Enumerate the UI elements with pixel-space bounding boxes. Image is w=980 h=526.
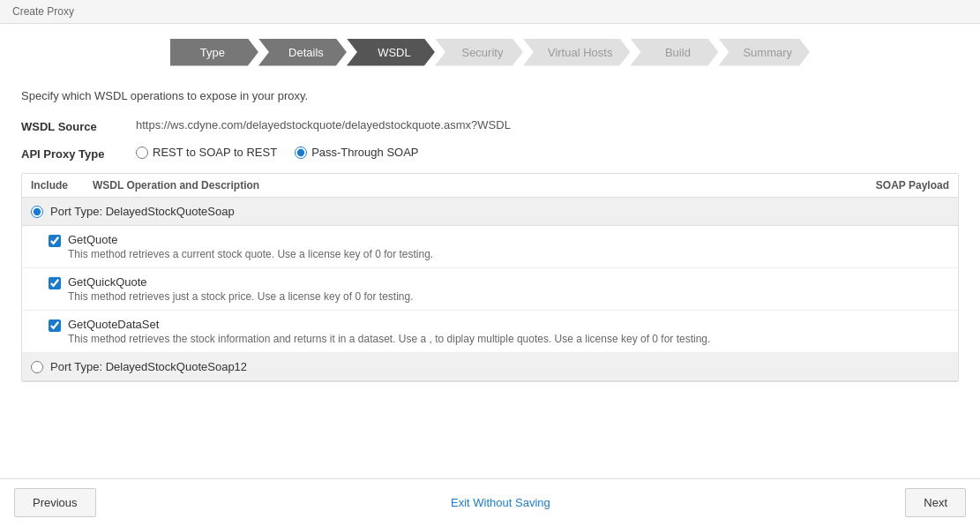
getquickquote-name: GetQuickQuote — [68, 275, 949, 289]
col-include-header: Include — [31, 179, 93, 192]
wsdl-source-label: WSDL Source — [21, 118, 136, 133]
page-subtitle: Specify which WSDL operations to expose … — [21, 89, 959, 102]
radio-pass-through[interactable]: Pass-Through SOAP — [295, 146, 418, 159]
api-proxy-type-row: API Proxy Type REST to SOAP to REST Pass… — [21, 146, 959, 161]
top-bar-title: Create Proxy — [12, 5, 74, 18]
api-proxy-type-label: API Proxy Type — [21, 146, 136, 161]
step-security[interactable]: Security — [435, 36, 523, 68]
previous-button[interactable]: Previous — [14, 488, 96, 517]
getquickquote-checkbox[interactable] — [49, 277, 61, 289]
getquotedataset-desc: This method retrieves the stock informat… — [68, 333, 949, 345]
footer: Previous Exit Without Saving Next — [0, 478, 980, 526]
port-type-row-2[interactable]: Port Type: DelayedStockQuoteSoap12 — [22, 353, 958, 381]
radio-rest-to-soap-input[interactable] — [136, 147, 148, 159]
radio-pass-through-input[interactable] — [295, 147, 307, 159]
next-button[interactable]: Next — [905, 488, 966, 517]
port-type-1-radio[interactable] — [31, 206, 43, 218]
step-summary[interactable]: Summary — [718, 36, 810, 68]
step-virtual-hosts-label[interactable]: Virtual Hosts — [523, 39, 630, 66]
radio-group: REST to SOAP to REST Pass-Through SOAP — [136, 146, 419, 159]
step-summary-label[interactable]: Summary — [718, 39, 810, 66]
getquickquote-desc: This method retrieves just a stock price… — [68, 290, 949, 303]
wizard-steps: Type Details WSDL Security Virtual Hosts… — [0, 24, 980, 77]
step-details-label[interactable]: Details — [258, 39, 347, 66]
radio-pass-through-label: Pass-Through SOAP — [311, 146, 418, 159]
getquote-content: GetQuote This method retrieves a current… — [68, 233, 949, 260]
exit-without-saving-link[interactable]: Exit Without Saving — [451, 496, 550, 509]
port-type-1-label: Port Type: DelayedStockQuoteSoap — [50, 205, 235, 218]
step-type-label[interactable]: Type — [170, 39, 258, 66]
step-type[interactable]: Type — [170, 36, 258, 68]
operations-table: Include WSDL Operation and Description S… — [21, 173, 959, 382]
getquote-desc: This method retrieves a current stock qu… — [68, 248, 949, 260]
getquote-name: GetQuote — [68, 233, 949, 246]
operation-row-getquotedataset: GetQuoteDataSet This method retrieves th… — [22, 311, 958, 353]
step-build-label[interactable]: Build — [630, 39, 718, 66]
col-payload-header: SOAP Payload — [843, 179, 949, 192]
step-security-label[interactable]: Security — [435, 39, 523, 66]
step-details[interactable]: Details — [258, 36, 347, 68]
getquote-checkbox[interactable] — [49, 235, 61, 247]
port-type-2-radio[interactable] — [31, 361, 43, 373]
step-wsdl[interactable]: WSDL — [347, 36, 435, 68]
port-type-row-1[interactable]: Port Type: DelayedStockQuoteSoap — [22, 198, 958, 226]
port-type-2-label: Port Type: DelayedStockQuoteSoap12 — [50, 360, 247, 373]
getquotedataset-content: GetQuoteDataSet This method retrieves th… — [68, 318, 949, 345]
operation-row-getquickquote: GetQuickQuote This method retrieves just… — [22, 268, 958, 311]
step-wsdl-label[interactable]: WSDL — [347, 39, 435, 66]
wsdl-source-row: WSDL Source https://ws.cdyne.com/delayed… — [21, 118, 959, 133]
getquotedataset-name: GetQuoteDataSet — [68, 318, 949, 331]
col-operation-header: WSDL Operation and Description — [93, 179, 843, 192]
getquickquote-content: GetQuickQuote This method retrieves just… — [68, 275, 949, 303]
table-header: Include WSDL Operation and Description S… — [22, 174, 958, 198]
step-build[interactable]: Build — [630, 36, 718, 68]
getquotedataset-checkbox[interactable] — [49, 319, 61, 332]
radio-rest-to-soap[interactable]: REST to SOAP to REST — [136, 146, 277, 159]
step-virtual-hosts[interactable]: Virtual Hosts — [523, 36, 630, 68]
main-content: Specify which WSDL operations to expose … — [0, 77, 980, 382]
operation-row-getquote: GetQuote This method retrieves a current… — [22, 226, 958, 268]
wsdl-source-value: https://ws.cdyne.com/delayedstockquote/d… — [136, 118, 511, 132]
top-bar: Create Proxy — [0, 0, 980, 24]
radio-rest-to-soap-label: REST to SOAP to REST — [153, 146, 277, 159]
